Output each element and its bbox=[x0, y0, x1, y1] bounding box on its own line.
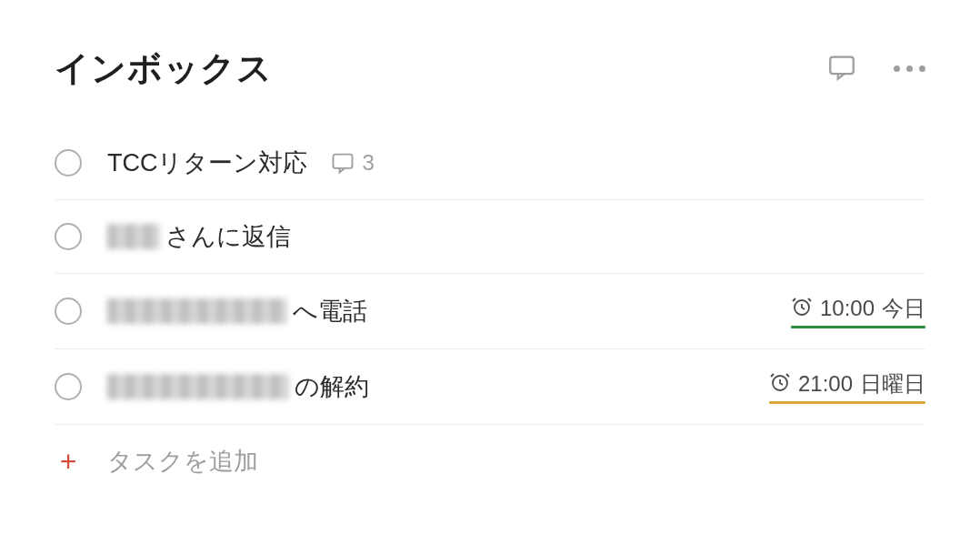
more-icon[interactable] bbox=[894, 66, 925, 72]
task-title-text: さんに返信 bbox=[165, 220, 291, 253]
due-time: 21:00 bbox=[798, 371, 853, 397]
task-title: TCCリターン対応 3 bbox=[107, 146, 925, 179]
add-task-button[interactable]: + タスクを追加 bbox=[55, 425, 925, 498]
task-title: さんに返信 bbox=[107, 220, 925, 253]
comment-icon bbox=[330, 150, 355, 176]
add-task-label: タスクを追加 bbox=[107, 445, 258, 478]
svg-rect-0 bbox=[830, 56, 854, 73]
task-row[interactable]: へ電話 10:00 今日 bbox=[55, 274, 925, 349]
due-day: 日曜日 bbox=[860, 369, 925, 399]
task-row[interactable]: TCCリターン対応 3 bbox=[55, 126, 925, 200]
due-date: 10:00 今日 bbox=[791, 294, 925, 328]
task-title: の解約 bbox=[107, 370, 769, 403]
redacted-text bbox=[107, 298, 287, 324]
comments-icon[interactable] bbox=[826, 52, 857, 86]
task-checkbox[interactable] bbox=[55, 298, 82, 325]
due-date: 21:00 日曜日 bbox=[769, 369, 925, 404]
task-row[interactable]: さんに返信 bbox=[55, 200, 925, 274]
due-underline bbox=[791, 326, 925, 328]
header-actions bbox=[826, 52, 925, 86]
due-underline bbox=[769, 401, 925, 404]
task-checkbox[interactable] bbox=[55, 223, 82, 250]
comment-count: 3 bbox=[363, 150, 375, 176]
page-title: インボックス bbox=[55, 45, 273, 92]
redacted-text bbox=[107, 224, 160, 249]
task-checkbox[interactable] bbox=[55, 149, 82, 177]
task-title-text: TCCリターン対応 bbox=[107, 146, 308, 179]
task-checkbox[interactable] bbox=[55, 373, 82, 400]
alarm-icon bbox=[791, 296, 813, 321]
task-row[interactable]: の解約 21:00 日曜日 bbox=[55, 349, 925, 425]
task-list: TCCリターン対応 3 さんに返信 bbox=[55, 126, 925, 498]
header: インボックス bbox=[55, 45, 925, 92]
redacted-text bbox=[107, 374, 289, 399]
plus-icon: + bbox=[55, 448, 82, 475]
due-day: 今日 bbox=[882, 294, 925, 323]
comment-badge[interactable]: 3 bbox=[330, 150, 375, 176]
task-title-text: へ電話 bbox=[293, 295, 367, 328]
due-time: 10:00 bbox=[820, 296, 875, 321]
alarm-icon bbox=[769, 371, 791, 397]
task-title: へ電話 bbox=[107, 295, 791, 328]
svg-rect-1 bbox=[333, 155, 352, 168]
task-title-text: の解約 bbox=[295, 370, 369, 403]
